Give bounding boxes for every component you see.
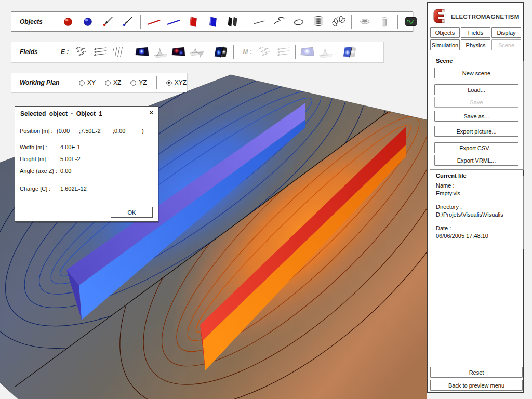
physics-button[interactable]: Physics — [461, 39, 490, 50]
toolbar-separator — [209, 45, 209, 59]
dialog-title: Selected object - Object 1 — [20, 110, 102, 117]
curved-wire-icon[interactable] — [270, 14, 288, 30]
radio-label: XY — [87, 79, 96, 86]
toolbar-separator — [338, 45, 338, 59]
working-plan-toolbar: Working Plan XYXZYZXYZ — [11, 73, 187, 92]
save-as-button[interactable]: Save as... — [434, 111, 518, 122]
toolbar-separator — [295, 45, 296, 59]
e-field-lines-icon[interactable] — [91, 44, 108, 60]
simulation-button[interactable]: Simulation — [430, 39, 460, 50]
toolbar-separator — [140, 15, 141, 29]
scene-button: Scene — [491, 39, 521, 50]
current-file-group: Current file Name : Empty.vis Directory … — [430, 176, 524, 249]
objects-toolbar: Objects — [11, 11, 413, 32]
app-title: ELECTROMAGNETISM — [451, 14, 520, 20]
e-potential-surface-icon[interactable] — [152, 44, 169, 60]
file-date-value: 06/06/2005 17:48:10 — [436, 233, 488, 239]
display-button[interactable]: Display — [491, 27, 521, 38]
e-field-surface-icon[interactable] — [189, 44, 205, 60]
height-label: Height [m] : — [20, 156, 49, 162]
app-logo-icon — [433, 9, 447, 23]
new-scene-button[interactable]: New scene — [434, 68, 518, 78]
positive-sphere-icon[interactable] — [59, 14, 77, 30]
position-close-paren: ) — [142, 128, 144, 134]
oscilloscope-icon[interactable] — [402, 14, 420, 30]
reset-button[interactable]: Reset — [430, 367, 523, 378]
fields-button[interactable]: Fields — [461, 27, 490, 38]
positive-point-charge-icon[interactable] — [99, 14, 116, 30]
fields-toolbar: Fields E :M : — [11, 42, 383, 62]
dialog-title-divider — [15, 119, 158, 119]
negative-point-charge-icon[interactable] — [118, 14, 136, 30]
m-potential-surface-icon[interactable] — [317, 44, 334, 60]
radio-dot-icon — [130, 80, 136, 86]
negative-sphere-icon[interactable] — [79, 14, 97, 30]
negative-plate-icon[interactable] — [204, 14, 222, 30]
objects-button[interactable]: Objects — [430, 27, 460, 38]
ok-button[interactable]: OK — [111, 207, 153, 218]
position-y-value: ;7.50E-2 — [79, 128, 101, 134]
width-label: Width [m] : — [20, 144, 47, 150]
e-potential-map-icon[interactable] — [134, 44, 151, 60]
save-button: Save — [434, 97, 518, 108]
e-field-map-icon[interactable] — [170, 44, 187, 60]
m-potential-map-icon[interactable] — [299, 44, 316, 60]
file-name-label: Name : — [436, 182, 454, 189]
positive-plate-icon[interactable] — [184, 14, 202, 30]
objects-toolbar-label: Objects — [20, 18, 57, 25]
conductor-cylinder-icon[interactable] — [376, 14, 393, 30]
charge-label: Charge [C] : — [20, 185, 50, 192]
working-plan-separator — [156, 76, 157, 89]
toolbar-separator — [397, 15, 398, 29]
export-vrml-button[interactable]: Export VRML... — [434, 155, 518, 166]
radio-xy[interactable]: XY — [79, 79, 96, 86]
selected-object-dialog: Selected object - Object 1 × Position [m… — [15, 106, 158, 222]
load-button[interactable]: Load... — [434, 84, 518, 95]
e-vectors-icon[interactable] — [73, 44, 90, 60]
conductor-ring-icon[interactable] — [356, 14, 374, 30]
capacitor-icon[interactable] — [224, 14, 242, 30]
e-field-label: E : — [61, 48, 69, 56]
angle-value: 0.00 — [60, 168, 71, 174]
radio-label: YZ — [139, 79, 147, 86]
control-panel: ELECTROMAGNETISM ObjectsFieldsDisplay Si… — [427, 2, 524, 393]
close-icon[interactable]: × — [149, 109, 153, 116]
e-cut-plane-icon[interactable] — [213, 44, 230, 60]
file-date-label: Date : — [436, 225, 451, 231]
position-label: Position [m] : — [20, 128, 53, 134]
file-name-value: Empty.vis — [436, 190, 460, 196]
e-equipotentials-icon[interactable] — [110, 44, 126, 60]
height-value: 5.00E-2 — [60, 156, 81, 162]
current-loop-icon[interactable] — [290, 14, 308, 30]
radio-xyz[interactable]: XYZ — [166, 79, 187, 86]
positive-line-icon[interactable] — [145, 14, 163, 30]
panel-nav-row-1: ObjectsFieldsDisplay — [430, 27, 521, 38]
negative-line-icon[interactable] — [165, 14, 182, 30]
scene-group: Scene New sceneLoad...SaveSave as...Expo… — [430, 61, 524, 170]
radio-dot-icon — [166, 80, 172, 86]
scene-group-label: Scene — [434, 58, 455, 64]
angle-label: Angle (axe Z) : — [20, 168, 57, 174]
working-plan-label: Working Plan — [20, 79, 70, 86]
dialog-bottom-divider — [19, 201, 152, 201]
toroid-icon[interactable] — [329, 14, 347, 30]
toolbar-separator — [351, 15, 352, 29]
wire-segment-icon[interactable] — [250, 14, 268, 30]
export-picture-button[interactable]: Export picture... — [434, 126, 518, 137]
position-z-value: ;0.00 — [113, 128, 125, 134]
m-cut-plane-icon[interactable] — [342, 44, 358, 60]
charge-value: 1.602E-12 — [60, 185, 87, 192]
toolbar-separator — [246, 15, 246, 29]
m-vectors-icon[interactable] — [257, 44, 273, 60]
file-directory-value: D:\Projets\Visualis\Visualis — [436, 211, 503, 218]
m-field-lines-icon[interactable] — [275, 44, 291, 60]
solenoid-icon[interactable] — [310, 14, 327, 30]
radio-xz[interactable]: XZ — [105, 79, 121, 86]
file-directory-label: Directory : — [436, 204, 462, 210]
export-csv-button[interactable]: Export CSV... — [434, 142, 518, 153]
radio-yz[interactable]: YZ — [130, 79, 147, 86]
back-to-preview-menu-button[interactable]: Back to preview menu — [430, 380, 523, 391]
current-file-group-label: Current file — [434, 172, 469, 179]
radio-label: XYZ — [175, 79, 187, 86]
position-x-value: (0.00 — [57, 128, 70, 134]
